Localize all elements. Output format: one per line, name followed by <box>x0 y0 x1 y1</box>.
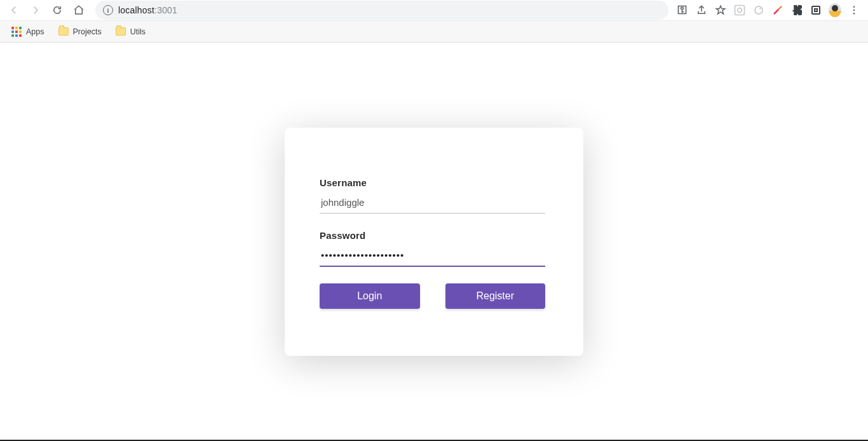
extension-icon-2[interactable] <box>752 4 765 17</box>
extension-icon-1[interactable] <box>733 4 746 17</box>
bookmark-star-icon[interactable] <box>714 4 727 17</box>
password-input[interactable] <box>320 246 545 267</box>
username-field: Username <box>320 177 545 214</box>
arrow-left-icon <box>8 4 20 16</box>
url-text: localhost:3001 <box>118 5 177 15</box>
svg-point-4 <box>853 6 855 8</box>
svg-point-2 <box>755 6 763 14</box>
toolbar-actions: ⚿ <box>676 4 863 17</box>
page-viewport: Username Password Login Register <box>0 43 868 440</box>
apps-grid-icon <box>11 27 22 37</box>
home-icon <box>73 4 85 16</box>
svg-point-3 <box>759 8 761 10</box>
folder-icon <box>116 27 126 36</box>
username-input[interactable] <box>320 193 545 214</box>
nav-back-button[interactable] <box>5 1 23 19</box>
bookmark-utils[interactable]: Utils <box>111 25 151 39</box>
address-bar[interactable]: i localhost:3001 <box>95 1 668 20</box>
bookmarks-bar: Apps Projects Utils <box>0 21 868 43</box>
extension-icon-3[interactable] <box>771 4 784 17</box>
bookmark-label: Utils <box>130 27 146 36</box>
side-panel-icon[interactable] <box>810 4 822 17</box>
login-button[interactable]: Login <box>320 283 420 309</box>
svg-rect-0 <box>735 6 745 15</box>
share-icon[interactable] <box>695 4 708 17</box>
home-button[interactable] <box>70 1 88 19</box>
bookmark-label: Projects <box>73 27 102 36</box>
svg-point-1 <box>738 8 742 13</box>
arrow-right-icon <box>30 4 41 16</box>
username-label: Username <box>320 177 545 188</box>
password-field: Password <box>320 230 545 267</box>
password-label: Password <box>320 230 545 241</box>
profile-avatar[interactable] <box>829 4 841 17</box>
svg-point-6 <box>853 13 855 15</box>
register-button[interactable]: Register <box>445 283 546 309</box>
bookmark-projects[interactable]: Projects <box>53 25 107 39</box>
folder-icon <box>58 27 69 36</box>
bookmark-apps[interactable]: Apps <box>6 24 50 39</box>
extensions-puzzle-icon[interactable] <box>790 4 803 17</box>
site-info-icon[interactable]: i <box>103 5 113 15</box>
login-card: Username Password Login Register <box>285 128 583 356</box>
bookmark-label: Apps <box>26 27 44 36</box>
password-key-icon[interactable]: ⚿ <box>676 4 689 17</box>
kebab-menu-icon[interactable] <box>848 4 860 17</box>
reload-icon <box>51 4 63 16</box>
svg-point-5 <box>853 10 855 11</box>
nav-forward-button[interactable] <box>27 1 44 19</box>
reload-button[interactable] <box>48 1 66 19</box>
button-row: Login Register <box>320 283 545 309</box>
browser-toolbar: i localhost:3001 ⚿ <box>0 0 868 21</box>
